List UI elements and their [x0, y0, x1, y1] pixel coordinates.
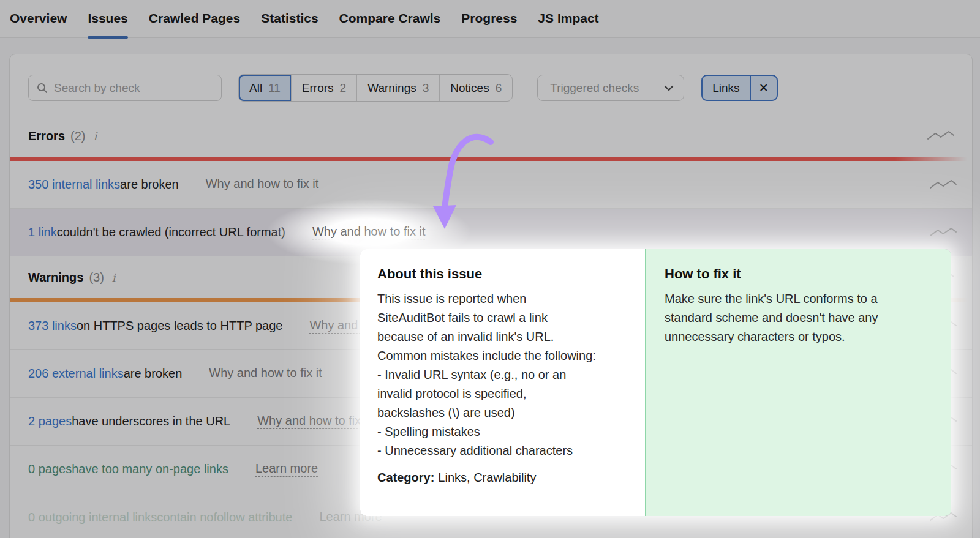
curved-arrow-icon: [426, 126, 502, 236]
how-to-fix-panel: How to fix it Make sure the link's URL c…: [645, 249, 951, 516]
fix-body: Make sure the link's URL conforms to ast…: [665, 290, 937, 346]
fix-title: How to fix it: [665, 266, 937, 282]
issue-details-tooltip: About this issue This issue is reported …: [360, 249, 951, 516]
why-how-link-highlighted[interactable]: Why and how to fix it: [312, 225, 426, 240]
about-this-issue-panel: About this issue This issue is reported …: [360, 249, 645, 516]
category-label: Category:: [377, 471, 434, 484]
about-title: About this issue: [377, 266, 634, 282]
category-line: Category:Links, Crawlability: [377, 471, 634, 485]
category-value: Links, Crawlability: [438, 471, 536, 484]
about-body: This issue is reported whenSiteAuditBot …: [377, 290, 634, 460]
